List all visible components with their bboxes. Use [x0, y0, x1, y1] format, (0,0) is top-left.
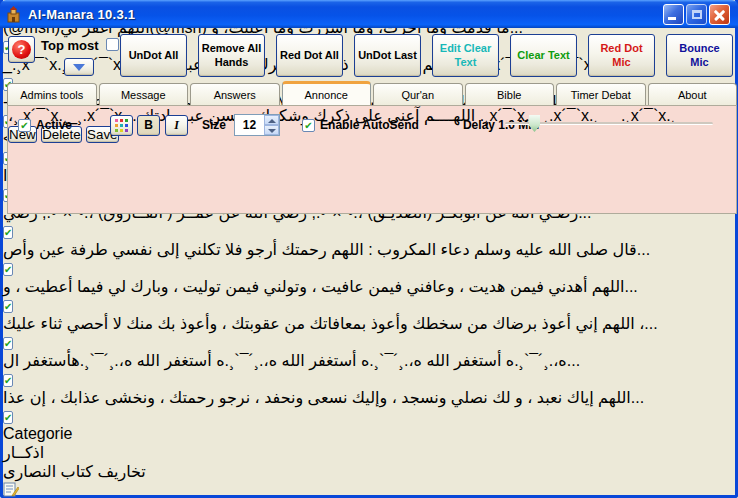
minimize-icon [668, 17, 676, 20]
minimize-button[interactable] [663, 4, 684, 25]
size-spinner[interactable]: 12 [234, 114, 280, 136]
category-toolbar [3, 481, 735, 498]
bounce-mic-button[interactable]: Bounce Mic [666, 34, 733, 77]
undot-last-button[interactable]: UnDot Last [354, 34, 421, 77]
undot-all-button[interactable]: UnDot All [120, 34, 187, 77]
category-column-header[interactable]: Categorie [3, 425, 735, 443]
announce-cell[interactable]: اللهم إني أعوذ برضاك من سخطك وأعوذ بمعاف… [3, 314, 735, 333]
size-label: Size [202, 118, 226, 132]
help-icon: ? [12, 40, 31, 59]
spinner-down-icon[interactable] [264, 125, 279, 135]
row-active-checkbox-cell[interactable] [3, 259, 735, 277]
edit-category-button[interactable] [3, 483, 19, 498]
row-active-checkbox-cell[interactable] [3, 407, 735, 425]
tab-annonce[interactable]: Annonce [282, 81, 372, 105]
tab-bible[interactable]: Bible [465, 83, 555, 105]
title-bar[interactable]: Al-Manara 10.3.1 [0, 0, 738, 28]
row-checkbox[interactable] [3, 411, 13, 424]
main-toolbar: ? Top most UnDot All Remove All Hands Re… [3, 25, 735, 80]
tab-answers[interactable]: Answers [190, 83, 280, 105]
topmost-dropdown-button[interactable] [64, 58, 94, 76]
tab-timer-debat[interactable]: Timer Debat [556, 83, 646, 105]
app-icon [6, 6, 23, 23]
color-palette-button[interactable] [110, 115, 133, 136]
autosend-checkbox[interactable] [302, 119, 315, 132]
italic-button[interactable]: I [165, 115, 188, 136]
category-item[interactable]: تخاريف كتاب النصارى [3, 462, 735, 481]
edit-icon [3, 481, 19, 497]
row-active-checkbox-cell[interactable] [3, 296, 735, 314]
active-label: Active [36, 118, 72, 132]
announce-cell[interactable]: اللهم أهدني فيمن هديت ، وعافني فيمن عافي… [3, 277, 735, 296]
help-button[interactable]: ? [8, 36, 35, 63]
remove-all-hands-button[interactable]: Remove All Hands [198, 34, 265, 77]
tab-bar: Admins tools Message Answers Annonce Qur… [7, 81, 737, 105]
bold-button[interactable]: B [137, 115, 160, 136]
topmost-label: Top most [41, 38, 99, 53]
annonce-page: Active B I Size 12 Enable AutoSend D [7, 105, 737, 214]
announce-cell[interactable]: قال صلى الله عليه وسلم دعاء المكروب : ال… [3, 240, 735, 259]
row-active-checkbox-cell[interactable] [3, 222, 735, 240]
row-active-checkbox-cell[interactable] [3, 333, 735, 351]
chevron-down-icon [73, 64, 85, 71]
row-checkbox[interactable] [3, 263, 13, 276]
tab-message[interactable]: Message [99, 83, 189, 105]
delay-slider[interactable] [505, 115, 715, 137]
close-icon [710, 5, 729, 24]
active-checkbox[interactable] [18, 119, 31, 132]
palette-icon [115, 119, 128, 132]
red-dot-mic-button[interactable]: Red Dot Mic [588, 34, 655, 77]
row-checkbox[interactable] [3, 226, 13, 239]
window-title: Al-Manara 10.3.1 [28, 7, 135, 22]
size-value: 12 [235, 115, 264, 135]
row-checkbox[interactable] [3, 300, 13, 313]
autosend-label: Enable AutoSend [320, 118, 419, 132]
tab-quran[interactable]: Qur'an [373, 83, 463, 105]
clear-text-button[interactable]: Clear Text [510, 34, 577, 77]
tab-admins-tools[interactable]: Admins tools [7, 83, 97, 105]
maximize-icon [692, 10, 702, 19]
topmost-checkbox[interactable] [106, 38, 119, 51]
red-dot-all-button[interactable]: Red Dot All [276, 34, 343, 77]
row-checkbox[interactable] [3, 374, 13, 387]
table-row[interactable]: ه،.¸´¯`¸.ه أستغفر الله ه،.¸´¯`¸.ه أستغفر… [3, 351, 735, 388]
edit-clear-text-button[interactable]: Edit Clear Text [432, 34, 499, 77]
table-row[interactable]: اللهم أهدني فيمن هديت ، وعافني فيمن عافي… [3, 277, 735, 314]
table-row[interactable]: قال صلى الله عليه وسلم دعاء المكروب : ال… [3, 240, 735, 277]
row-active-checkbox-cell[interactable] [3, 370, 735, 388]
category-list: Categorie اذكــار تخاريف كتاب النصارى [3, 425, 735, 481]
slider-thumb[interactable] [529, 115, 540, 132]
table-row[interactable]: اللهم إني أعوذ برضاك من سخطك وأعوذ بمعاف… [3, 314, 735, 351]
category-list-body: اذكــار تخاريف كتاب النصارى [3, 443, 735, 481]
spinner-up-icon[interactable] [264, 115, 279, 125]
category-item[interactable]: اذكــار [3, 443, 735, 462]
tab-about[interactable]: About [648, 83, 738, 105]
maximize-button[interactable] [686, 4, 707, 25]
table-row[interactable]: اللهم إياك نعبد ، و لك نصلي ونسجد ، وإلي… [3, 388, 735, 425]
app-window: Al-Manara 10.3.1 ? Top most UnDot All Re… [0, 0, 738, 498]
slider-ticks [507, 134, 712, 138]
row-checkbox[interactable] [3, 337, 13, 350]
announce-cell[interactable]: ه،.¸´¯`¸.ه أستغفر الله ه،.¸´¯`¸.ه أستغفر… [3, 351, 735, 370]
announce-cell[interactable]: اللهم إياك نعبد ، و لك نصلي ونسجد ، وإلي… [3, 388, 735, 407]
close-button[interactable] [709, 4, 730, 25]
